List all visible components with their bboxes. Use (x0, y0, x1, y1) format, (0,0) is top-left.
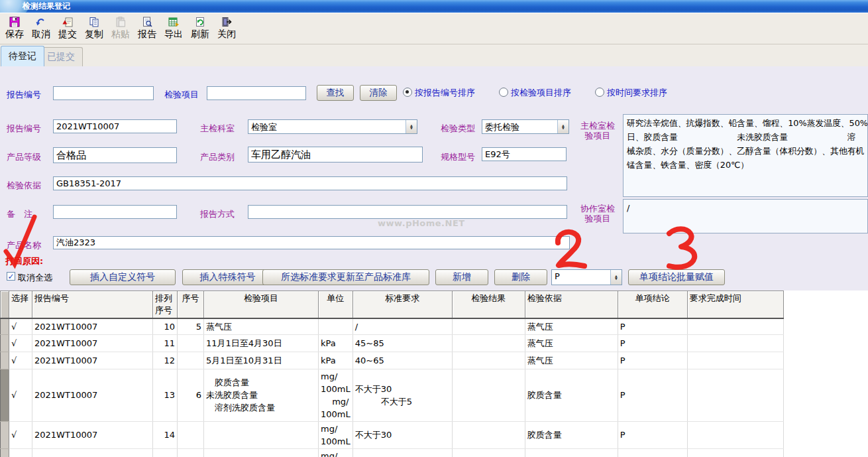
sort-by-report-no[interactable]: 按报告编号排序 (403, 87, 475, 99)
search-item-input[interactable] (207, 86, 306, 100)
column-header[interactable]: 报告编号 (32, 291, 153, 319)
row-indicator[interactable] (1, 334, 9, 352)
report-no-cell[interactable]: 2021WT10007 (32, 421, 153, 448)
test-result-cell[interactable] (452, 318, 525, 334)
row-select-check[interactable]: √ (9, 421, 32, 448)
column-header[interactable]: 标准要求 (353, 291, 452, 319)
test-result-cell[interactable] (452, 352, 525, 369)
main-dept-combo[interactable]: 检验室 ▲▼ (248, 119, 417, 134)
conclusion-cell[interactable]: P (618, 448, 687, 457)
column-header[interactable]: 单位 (319, 291, 353, 319)
update-standard-button[interactable]: 所选标准要求更新至产品标准库 (262, 269, 429, 285)
basis-cell[interactable]: 胶质含量 (525, 448, 618, 457)
std-requirement-cell[interactable]: 不大于5 (353, 448, 452, 457)
std-requirement-cell[interactable]: 不大于30 (353, 421, 452, 448)
tab-pending[interactable]: 待登记 (1, 46, 44, 66)
submit-button[interactable]: 提交 (54, 14, 81, 43)
test-result-cell[interactable] (452, 421, 525, 448)
row-indicator[interactable] (1, 448, 9, 457)
table-row[interactable]: √2021WT10007125月1日至10月31日kPa40~65蒸气压P (1, 352, 784, 369)
test-item-cell[interactable]: 5月1日至10月31日 (204, 352, 319, 369)
unit-cell[interactable] (319, 318, 353, 334)
select-all-checkbox[interactable]: ✓ (7, 272, 15, 281)
spinner-icon[interactable]: ▲▼ (557, 120, 569, 133)
unit-cell[interactable]: mg/ 100mL mg/ 100mL (319, 369, 353, 421)
test-type-combo[interactable]: 委托检验 ▲▼ (482, 119, 569, 134)
column-header[interactable]: 排列 序号 (153, 291, 178, 319)
test-item-cell[interactable]: 胶质含量 未洗胶质含量 溶剂洗胶质含量 (204, 369, 319, 421)
test-result-cell[interactable] (452, 448, 525, 457)
order-no-cell[interactable]: 10 (153, 318, 178, 334)
table-row[interactable]: √2021WT10007105蒸气压/蒸气压P (1, 318, 784, 334)
basis-cell[interactable]: 胶质含量 (525, 369, 618, 421)
deadline-cell[interactable] (687, 352, 783, 369)
column-header[interactable]: 选择 (9, 291, 32, 319)
deadline-cell[interactable] (687, 421, 783, 448)
test-result-cell[interactable] (452, 369, 525, 421)
tab-submitted[interactable]: 已提交 (39, 47, 83, 66)
main-items-textarea[interactable]: 研究法辛烷值、抗爆指数、铅含量、馏程、10%蒸发温度、50%蒸 日、胶质含量 未… (623, 114, 868, 197)
row-select-check[interactable]: √ (9, 369, 32, 421)
report-no-cell[interactable]: 2021WT10007 (32, 334, 153, 352)
unit-cell[interactable]: kPa (319, 352, 353, 369)
std-requirement-cell[interactable]: / (353, 318, 452, 334)
report-no-cell[interactable]: 2021WT10007 (32, 352, 153, 369)
product-grade-input[interactable] (53, 147, 177, 163)
row-indicator[interactable] (1, 369, 9, 421)
batch-assign-button[interactable]: 单项结论批量赋值 (628, 269, 725, 285)
report-button[interactable]: 报告 (134, 14, 160, 43)
test-item-cell[interactable] (204, 448, 319, 457)
basis-cell[interactable]: 胶质含量 (525, 421, 618, 448)
unit-cell[interactable]: mg/ 100mL (319, 421, 353, 448)
insert-special-symbol-button[interactable]: 插入特殊符号 (182, 269, 273, 285)
search-report-no-input[interactable] (53, 86, 154, 100)
basis-cell[interactable]: 蒸气压 (525, 318, 618, 334)
conclusion-combo[interactable]: P ▲▼ (551, 269, 622, 285)
coop-items-textarea[interactable]: / (623, 199, 868, 233)
report-no-cell[interactable]: 2021WT10007 (32, 318, 153, 334)
table-row[interactable]: √2021WT100071111月1日至4月30日kPa45~85蒸气压P (1, 334, 784, 352)
table-row[interactable]: √2021WT1000714mg/ 100mL不大于30胶质含量P (1, 421, 784, 448)
row-select-check[interactable]: √ (9, 448, 32, 457)
deadline-cell[interactable] (687, 448, 783, 457)
table-row[interactable]: √2021WT10007136 胶质含量 未洗胶质含量 溶剂洗胶质含量mg/ 1… (1, 369, 784, 421)
row-select-check[interactable]: √ (9, 334, 32, 352)
std-requirement-cell[interactable]: 40~65 (353, 352, 452, 369)
radio-icon[interactable] (499, 88, 508, 97)
test-item-cell[interactable]: 11月1日至4月30日 (204, 334, 319, 352)
row-indicator[interactable] (1, 352, 9, 369)
row-select-check[interactable]: √ (9, 352, 32, 369)
report-no-cell[interactable]: 2021WT10007 (32, 369, 153, 421)
test-result-cell[interactable] (452, 334, 525, 352)
product-name-input[interactable] (53, 236, 570, 249)
column-header[interactable]: 单项结论 (618, 291, 687, 319)
delete-row-button[interactable]: 删除 (494, 269, 547, 285)
spinner-icon[interactable]: ▲▼ (610, 270, 622, 285)
test-item-cell[interactable]: 蒸气压 (204, 318, 319, 334)
product-category-input[interactable] (248, 147, 423, 163)
column-header[interactable]: 检验依据 (525, 291, 618, 319)
order-no-cell[interactable]: 15 (153, 448, 178, 457)
column-header[interactable]: 序号 (178, 291, 204, 319)
row-indicator[interactable] (1, 318, 9, 334)
insert-custom-symbol-button[interactable]: 插入自定义符号 (70, 269, 176, 285)
clear-button[interactable]: 清除 (360, 85, 397, 101)
order-no-cell[interactable]: 14 (153, 421, 178, 448)
seq-no-cell[interactable]: 5 (178, 318, 204, 334)
basis-cell[interactable]: 蒸气压 (525, 352, 618, 369)
seq-no-cell[interactable] (178, 334, 204, 352)
unit-cell[interactable]: mg/ 100mL (319, 448, 353, 457)
table-row[interactable]: √2021WT1000715mg/ 100mL不大于5胶质含量P (1, 448, 784, 457)
conclusion-cell[interactable]: P (618, 318, 687, 334)
column-header[interactable]: 检验结果 (452, 291, 525, 319)
sort-by-time-required[interactable]: 按时间要求排序 (595, 87, 667, 99)
deadline-cell[interactable] (687, 334, 783, 352)
save-button[interactable]: 保存 (1, 14, 28, 43)
conclusion-cell[interactable]: P (618, 334, 687, 352)
export-button[interactable]: 导出 (160, 14, 187, 43)
report-no-input[interactable] (53, 119, 177, 133)
column-header[interactable]: 要求完成时间 (687, 291, 783, 319)
deadline-cell[interactable] (687, 318, 783, 334)
order-no-cell[interactable]: 13 (153, 369, 178, 421)
basis-cell[interactable]: 蒸气压 (525, 334, 618, 352)
